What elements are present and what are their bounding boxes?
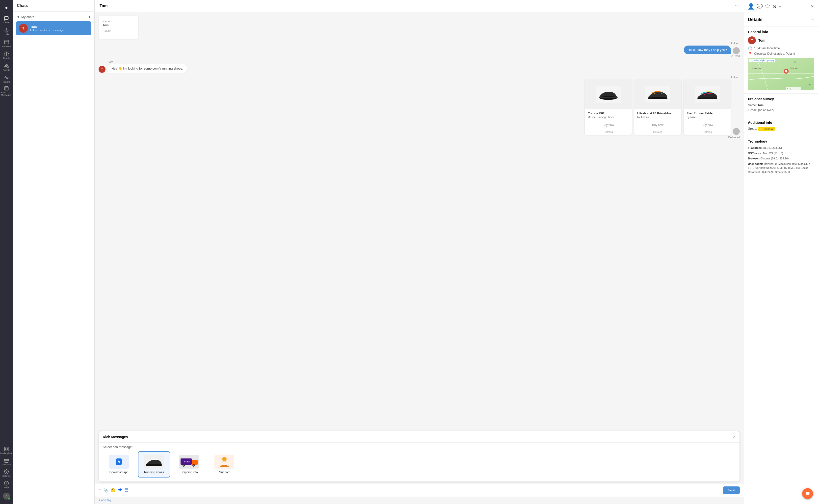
sidebar-item-traffic[interactable]: Traffic: [1, 26, 12, 37]
plus-icon[interactable]: +: [778, 4, 781, 9]
svg-rect-39: [222, 461, 227, 461]
form-field-name: Name: Tom: [102, 20, 134, 27]
clock-icon: 🕐: [748, 46, 752, 50]
product-name-corode: Corode IDP: [588, 112, 629, 115]
shield-icon[interactable]: 🛡: [765, 4, 770, 9]
product-brand-ultraboost: by Adidas: [637, 116, 678, 119]
agent-msg-row: Hello. How may I help you?: [684, 46, 740, 54]
sidebar-item-chats[interactable]: Chats: [1, 14, 12, 25]
view-larger-map-link[interactable]: Wyświetl większą mapę: [749, 59, 775, 62]
location-row: 📍 Olesnica, Dolnoslaskie, Poland: [748, 52, 814, 56]
group-row: Group: ⭐ General: [748, 127, 814, 131]
svg-point-0: [5, 7, 7, 9]
emoji-icon[interactable]: 🙂: [111, 488, 116, 493]
sidebar-item-settings[interactable]: Settings: [1, 468, 12, 479]
product-img-flex-runner: [684, 79, 731, 109]
modal-title: Rich Messages: [103, 435, 128, 439]
svg-text:FedEx: FedEx: [184, 461, 190, 463]
sidebar-item-rich-messages[interactable]: Rich Messages: [1, 86, 12, 97]
rich-option-img-download-app: A: [109, 455, 129, 469]
agent-message-hello: Łukasz Hello. How may I help you? ✓ Read: [99, 42, 740, 57]
modal-close-button[interactable]: ×: [733, 434, 736, 439]
svg-point-12: [6, 471, 7, 473]
hashtag-icon[interactable]: #: [99, 488, 101, 493]
general-info-title: General info: [748, 30, 814, 34]
catalog-link-corode[interactable]: Catalog: [585, 129, 632, 135]
technology-section: Technology IP address: 81.161.203.251 OS…: [744, 136, 818, 179]
slack-icon[interactable]: S: [773, 4, 776, 9]
user-avatar-sidebar[interactable]: A: [1, 491, 12, 502]
details-more-icon[interactable]: ⋯: [811, 18, 814, 22]
products-rich-message: Łukasz: [99, 76, 740, 139]
svg-point-36: [193, 465, 194, 466]
catalog-link-flex-runner[interactable]: Catalog: [684, 129, 731, 135]
sidebar-item-archives[interactable]: Archives: [1, 38, 12, 49]
buy-now-button-ultraboost[interactable]: Buy now: [634, 121, 681, 129]
chat-fab-button[interactable]: [802, 488, 813, 499]
svg-rect-28: [146, 464, 162, 466]
sidebar-item-marketplace-label: Marketplace: [0, 452, 12, 454]
form-name-label: Name:: [102, 20, 134, 23]
user-profile-icon[interactable]: 👤: [748, 3, 754, 10]
svg-rect-11: [5, 450, 6, 451]
additional-info-section: Additional info Group: ⭐ General: [744, 117, 818, 136]
more-options-icon[interactable]: ⋯: [735, 3, 739, 8]
agent-avatar: [733, 47, 740, 54]
local-time-value: 10:43 am local time: [754, 47, 780, 50]
send-button[interactable]: Send: [723, 486, 740, 494]
os-device-row: OS/Device: Mac OS (11.1.0): [748, 151, 814, 155]
sidebar-item-rich-messages-label: Rich Messages: [1, 91, 12, 96]
map-placeholder: Smardzów Oleśnica 340 451 Google Wyświet…: [748, 58, 814, 90]
buy-now-button-corode[interactable]: Buy now: [585, 121, 632, 129]
my-chats-header: ▼ My chats 1: [16, 14, 91, 20]
product-brand-corode: Men's Running Shoes: [588, 116, 629, 119]
rich-message-icon[interactable]: [125, 488, 128, 493]
svg-point-35: [183, 465, 184, 466]
svg-rect-18: [599, 97, 618, 98]
user-msg-label: Tom: [108, 60, 113, 63]
close-panel-icon[interactable]: ✕: [810, 4, 814, 9]
sidebar-item-marketplace[interactable]: Marketplace: [1, 445, 12, 456]
rich-option-shipping-info[interactable]: FedEx Shipping info: [173, 451, 205, 478]
sidebar-item-reports[interactable]: Reports: [1, 74, 12, 85]
dropbox-icon[interactable]: [118, 488, 122, 493]
chat-item-name: Tom: [30, 25, 88, 29]
agent-avatar-products: [733, 128, 740, 135]
chevron-down-icon: ▼: [17, 15, 20, 19]
group-name: General: [764, 127, 773, 130]
my-chats-label: My chats: [21, 15, 34, 19]
browser-label: Browser:: [748, 157, 761, 160]
catalog-link-ultraboost[interactable]: Catalog: [634, 129, 681, 135]
svg-rect-40: [125, 488, 128, 491]
attachment-icon[interactable]: 📎: [103, 488, 108, 493]
svg-point-4: [5, 64, 7, 66]
rich-option-support[interactable]: Support: [208, 451, 240, 478]
chat-item-preview: Łukasz sent a rich message: [30, 29, 88, 32]
add-tag-button[interactable]: + add tag: [95, 497, 744, 504]
rich-option-running-shoes[interactable]: Running shoes: [138, 451, 170, 478]
sidebar-item-help[interactable]: Help: [1, 479, 12, 490]
form-field-email: E-mail:: [102, 29, 134, 32]
my-chats-section: ▼ My chats 1 T Tom Łukasz sent a rich me…: [13, 12, 94, 38]
user-agent-row: User agent: Mozilla/5.0 (Macintosh; Inte…: [748, 162, 814, 174]
panel-tab-icons: 👤 💬 🛡 S +: [748, 3, 781, 10]
chat-text-input[interactable]: [131, 488, 720, 492]
group-label: Group:: [748, 127, 757, 130]
buy-now-button-flex-runner[interactable]: Buy now: [684, 121, 731, 129]
svg-text:451: 451: [808, 84, 811, 86]
sidebar-item-subscribe-label: Subscribe: [1, 463, 11, 466]
rich-option-download-app[interactable]: A Download app: [103, 451, 135, 478]
modal-subtitle: Select rich message:: [99, 443, 740, 451]
sidebar-item-reports-label: Reports: [2, 81, 10, 83]
sidebar-item-tickets[interactable]: Tickets: [1, 50, 12, 61]
sidebar-item-subscribe[interactable]: Subscribe: [1, 456, 12, 467]
general-info-section: General info T Tom 🕐 10:43 am local time…: [744, 26, 818, 94]
product-info-ultraboost: Ultraboost 20 Primeblue by Adidas: [634, 109, 681, 121]
technology-title: Technology: [748, 139, 814, 143]
sidebar-item-settings-label: Settings: [2, 475, 11, 477]
sidebar-item-agents[interactable]: Agents: [1, 62, 12, 73]
chat-bubble-icon[interactable]: 💬: [757, 3, 763, 9]
pre-chat-form-card: Name: Tom E-mail:: [99, 16, 138, 39]
sidebar-item-home[interactable]: [1, 2, 12, 13]
chat-list-item-tom[interactable]: T Tom Łukasz sent a rich message: [16, 21, 91, 35]
